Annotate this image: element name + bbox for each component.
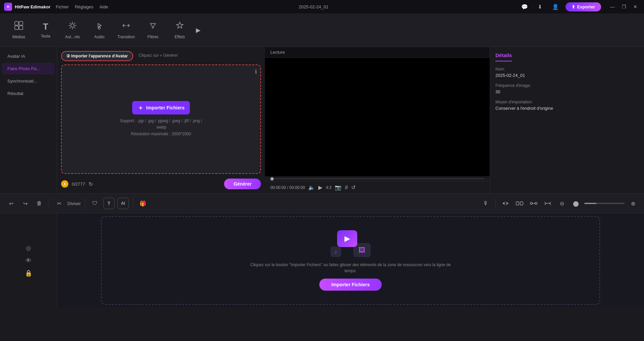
close-button[interactable]: ✕: [631, 2, 640, 11]
details-panel: Détails Nom: 2025-02-24_01 Fréquence d'i…: [490, 47, 644, 193]
tab-importer-apparence[interactable]: ② Importer l'apparence d'Avatar: [61, 51, 133, 61]
chat-icon[interactable]: 💬: [519, 1, 530, 12]
tool-texte[interactable]: T Texte: [32, 17, 59, 44]
freq-value: 30: [495, 89, 639, 94]
import-files-button[interactable]: ＋ Importer Fichiers: [132, 101, 190, 114]
crop-icon[interactable]: #: [345, 185, 348, 191]
undo-button[interactable]: ↩: [5, 198, 17, 209]
content-panel: ② Importer l'apparence d'Avatar Cliquez …: [57, 47, 265, 193]
svg-rect-3: [19, 26, 23, 30]
eye-open-icon[interactable]: 👁: [25, 257, 32, 264]
window-title: 2025-02-24_01: [111, 4, 516, 9]
tool-filtres[interactable]: Filtres: [140, 17, 166, 44]
link-icon[interactable]: [500, 198, 511, 209]
counter: 0/2777: [72, 182, 85, 187]
freq-label: Fréquence d'image:: [495, 83, 639, 88]
detail-freq: Fréquence d'image: 30: [495, 83, 639, 94]
svg-rect-9: [520, 202, 523, 205]
svg-rect-2: [15, 26, 18, 30]
tool-medias[interactable]: Médias: [5, 17, 32, 44]
name-label: Nom:: [495, 67, 639, 71]
play-icon: ▶: [337, 230, 357, 247]
tool-audio[interactable]: Audio: [86, 17, 113, 44]
transition-label: Transition: [117, 35, 135, 39]
timeline: ◎ 👁 🔒 ▶ ♪ 🖼 Cliquez sur le bouton "Impor…: [0, 213, 644, 307]
generate-button[interactable]: Générer: [224, 179, 261, 189]
autonts-icon: [68, 21, 77, 33]
delete-button[interactable]: 🗑: [34, 198, 45, 209]
detail-name: Nom: 2025-02-24_01: [495, 67, 639, 78]
sidebar: Avatar IA Faire Photo Pa... Synchronisat…: [0, 47, 57, 193]
text-tool-button[interactable]: T: [103, 198, 115, 209]
effets-label: Effets: [175, 35, 185, 39]
tool-autonts[interactable]: Aut...nts: [59, 17, 86, 44]
shield-icon[interactable]: 🛡: [89, 198, 101, 209]
zoom-slider[interactable]: [584, 203, 625, 204]
preview-canvas: [265, 58, 490, 176]
info-icon: ℹ: [255, 68, 257, 75]
tool-transition[interactable]: Transition: [113, 17, 140, 44]
tab-hint: Cliquez sur « Générer: [136, 51, 180, 61]
sidebar-item-resultat[interactable]: Résultat: [2, 88, 55, 99]
export-button[interactable]: ⬆ Exporter: [566, 2, 601, 11]
tool-effets[interactable]: Effets: [166, 17, 193, 44]
divider-3: [133, 198, 133, 208]
menu-aide[interactable]: Aide: [99, 4, 108, 9]
coin-badge: A: [61, 180, 68, 188]
app-name: HitPaw Edimakor: [15, 4, 50, 9]
download-icon[interactable]: ⬇: [535, 1, 545, 12]
refresh-button[interactable]: ↻: [89, 181, 93, 187]
restore-button[interactable]: ❐: [619, 2, 629, 11]
medias-icon: [14, 21, 23, 33]
account-icon[interactable]: 👤: [550, 1, 561, 12]
ratio-display: 4:3: [326, 185, 331, 190]
effets-icon: [175, 21, 184, 33]
sidebar-item-faire-photo[interactable]: Faire Photo Pa...: [2, 63, 55, 75]
lock-icon[interactable]: 🔒: [25, 270, 32, 277]
import-files-label: Importer Fichiers: [146, 105, 184, 110]
content-tabs: ② Importer l'apparence d'Avatar Cliquez …: [61, 51, 261, 61]
extend-icon[interactable]: [542, 198, 553, 209]
bottom-toolbar-right: 🎙 ⊖ ⬤ ⊕: [480, 198, 639, 209]
preview-progress-bar[interactable]: [270, 178, 484, 179]
preview-progress-dot: [270, 177, 274, 181]
plus-zoom-button[interactable]: ⊕: [627, 198, 639, 209]
chain-icon[interactable]: [528, 198, 539, 209]
play-button[interactable]: ▶: [318, 184, 322, 191]
circle-btn[interactable]: ⬤: [570, 198, 582, 209]
toolbar-more[interactable]: ▶: [193, 24, 203, 37]
eye-closed-icon[interactable]: ◎: [26, 244, 31, 252]
redo-button[interactable]: ↪: [19, 198, 31, 209]
svg-marker-7: [176, 22, 183, 28]
import-value: Conserver à l'endroit d'origine: [495, 106, 639, 111]
svg-point-5: [98, 27, 100, 29]
preview-time: 00:00:00 / 00:00:00: [270, 185, 305, 190]
svg-rect-8: [516, 202, 519, 205]
minus-zoom-button[interactable]: ⊖: [556, 198, 568, 209]
diviser-button[interactable]: Diviser: [67, 201, 81, 206]
mic-icon[interactable]: 🎙: [480, 198, 491, 209]
window-controls: — ❐ ✕: [608, 2, 640, 11]
upload-area[interactable]: ℹ ＋ Importer Fichiers Support : .pjp / .…: [61, 64, 261, 174]
ai-tool-button[interactable]: AI: [117, 198, 129, 209]
sidebar-item-synchronisati[interactable]: Synchronisati...: [2, 75, 55, 87]
camera-icon[interactable]: 📷: [335, 184, 341, 191]
timeline-import-button[interactable]: Importer Fichiers: [319, 279, 382, 291]
minimize-button[interactable]: —: [608, 2, 617, 11]
texte-label: Texte: [41, 34, 51, 39]
menu-fichier[interactable]: Fichier: [56, 4, 69, 9]
audio-label: Audio: [94, 35, 105, 39]
music-icon: ♪: [330, 246, 341, 257]
menu-reglages[interactable]: Réglages: [75, 4, 93, 9]
audio-icon: [95, 21, 104, 33]
split-icon[interactable]: [514, 198, 525, 209]
divider-1: [49, 198, 49, 208]
details-title: Détails: [495, 52, 512, 61]
scissors-icon[interactable]: ✂: [53, 198, 65, 209]
volume-icon[interactable]: 🔈: [308, 184, 315, 191]
sidebar-item-avatar-ia[interactable]: Avatar IA: [2, 50, 55, 62]
fullscreen-icon[interactable]: ↺: [351, 184, 356, 191]
sticker-icon[interactable]: 🎁: [137, 198, 149, 209]
divider-4: [495, 198, 496, 208]
name-value: 2025-02-24_01: [495, 73, 639, 78]
